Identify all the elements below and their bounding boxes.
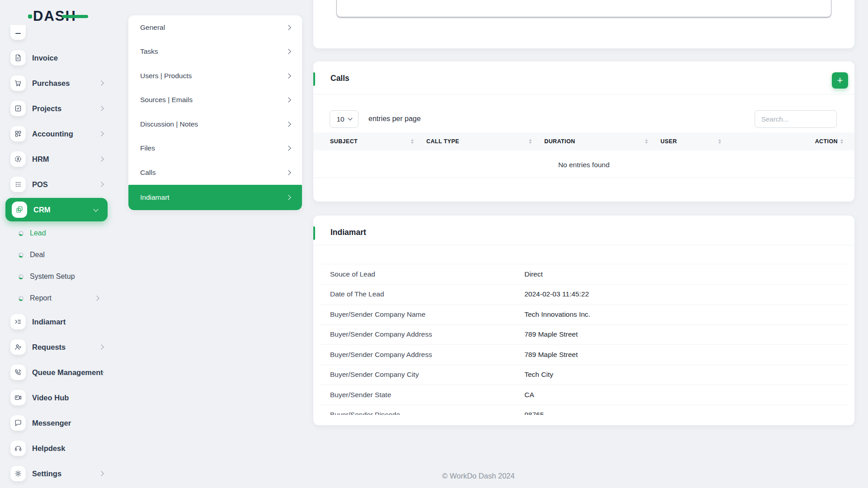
menu-item-users-products[interactable]: Users | Products — [128, 64, 302, 88]
chevron-right-icon — [286, 146, 291, 151]
sidebar-nav: Invoice Purchases Projects Accounting — [0, 45, 118, 486]
sidebar-item-video-hub[interactable]: Video Hub — [0, 385, 118, 410]
indiamart-section-title: Indiamart — [330, 228, 366, 237]
sidebar-item-accounting[interactable]: Accounting — [0, 121, 118, 146]
grid-plus-icon — [10, 126, 26, 141]
sidebar-item-label: POS — [32, 180, 48, 189]
dots-grid-icon — [10, 177, 26, 192]
column-header-action[interactable]: ACTION — [734, 138, 843, 145]
video-camera-icon — [10, 390, 26, 405]
menu-item-files[interactable]: Files — [128, 136, 302, 161]
sidebar-item-hrm[interactable]: HRM — [0, 146, 118, 172]
menu-item-label: Discussion | Notes — [140, 120, 198, 128]
sidebar-item-label: CRM — [33, 206, 51, 214]
sort-arrows-icon[interactable] — [840, 139, 843, 144]
calls-card: Calls + 10 entries per page SUBJECT CALL… — [313, 61, 854, 202]
sidebar-item-invoice[interactable]: Invoice — [0, 45, 118, 70]
table-spacer-row — [320, 245, 849, 264]
chevron-right-icon — [99, 471, 104, 476]
sidebar-subitem-system-setup[interactable]: System Setup — [0, 266, 118, 287]
sidebar-item-label: Requests — [32, 343, 66, 352]
sidebar-item-settings[interactable]: Settings — [0, 461, 118, 486]
sidebar-item-helpdesk[interactable]: Helpdesk — [0, 436, 118, 461]
sidebar-subitem-report[interactable]: Report — [0, 287, 118, 309]
sidebar: DASH Invoice Purchases Projects — [0, 0, 118, 488]
sidebar-item-requests[interactable]: Requests — [0, 334, 118, 360]
sidebar-item-crm-active[interactable]: CRM — [0, 197, 118, 222]
entries-per-page-label: entries per page — [368, 115, 421, 123]
detail-row-company-address-2: Buyer/Sender Company Address 789 Maple S… — [320, 345, 849, 365]
divider — [313, 178, 854, 178]
sidebar-item-label: Messenger — [32, 419, 71, 427]
chevron-right-icon — [99, 182, 104, 187]
clipped-textarea[interactable] — [336, 0, 831, 17]
menu-item-label: Sources | Emails — [140, 96, 193, 104]
menu-item-label: Users | Products — [140, 72, 192, 80]
sidebar-item-label: Queue Management — [32, 368, 103, 377]
sidebar-item-messenger[interactable]: Messenger — [0, 410, 118, 436]
column-header-duration[interactable]: DURATION — [544, 138, 660, 145]
menu-item-general[interactable]: General — [128, 15, 302, 40]
sidebar-item-indiamart[interactable]: Indiamart — [0, 309, 118, 334]
chevron-right-icon — [286, 98, 291, 103]
chevron-right-icon — [99, 80, 104, 85]
sidebar-subitem-lead[interactable]: Lead — [0, 222, 118, 244]
sidebar-item-label: Purchases — [32, 79, 70, 88]
sidebar-item-label: Accounting — [32, 130, 73, 138]
sidebar-item-label: Projects — [32, 104, 61, 113]
chevron-right-icon — [99, 131, 104, 136]
app-logo[interactable]: DASH — [28, 7, 96, 25]
sort-arrows-icon[interactable] — [529, 139, 532, 144]
bullet-icon — [19, 253, 24, 258]
indiamart-detail-table: Souce of Lead Direct Date of The Lead 20… — [320, 245, 849, 415]
detail-row-date-of-lead: Date of The Lead 2024-02-03 11:45:22 — [320, 285, 849, 305]
column-header-call-type[interactable]: CALL TYPE — [426, 138, 544, 145]
menu-item-indiamart-active[interactable]: Indiamart — [128, 185, 302, 211]
chevron-right-icon — [286, 122, 291, 127]
user-plus-icon — [10, 339, 26, 355]
crm-active-pill[interactable]: CRM — [5, 198, 108, 221]
bullet-icon — [19, 274, 24, 279]
chevron-right-icon — [286, 49, 291, 54]
menu-item-label: Tasks — [140, 47, 158, 56]
divider — [313, 94, 854, 94]
chevron-right-icon — [94, 296, 99, 300]
sidebar-item-label: HRM — [32, 155, 49, 164]
chevron-right-icon — [286, 170, 291, 175]
calls-table-header: SUBJECT CALL TYPE DURATION USER ACTION — [313, 132, 854, 150]
entries-per-page-select[interactable]: 10 — [330, 110, 359, 128]
search-input[interactable] — [755, 110, 837, 128]
sidebar-item-purchases[interactable]: Purchases — [0, 70, 118, 96]
sort-arrows-icon[interactable] — [645, 139, 648, 144]
sidebar-item-queue-management[interactable]: Queue Management — [0, 360, 118, 385]
hrm-person-icon — [10, 151, 26, 167]
column-header-user[interactable]: USER — [660, 138, 734, 145]
menu-item-tasks[interactable]: Tasks — [128, 40, 302, 64]
sort-arrows-icon[interactable] — [718, 139, 721, 144]
chevron-right-icon — [286, 195, 291, 200]
chevron-right-icon — [99, 156, 104, 161]
footer-copyright: © WorkDo Dash 2024 — [442, 472, 514, 480]
sidebar-item-projects[interactable]: Projects — [0, 96, 118, 121]
sidebar-subitem-deal[interactable]: Deal — [0, 244, 118, 266]
sort-arrows-icon[interactable] — [411, 139, 414, 144]
clipped-dashboard-icon[interactable] — [10, 25, 26, 40]
menu-item-discussion-notes[interactable]: Discussion | Notes — [128, 112, 302, 136]
crm-icon — [12, 202, 27, 218]
check-square-icon — [10, 101, 26, 116]
list-start-icon — [10, 314, 26, 329]
chevron-down-icon — [348, 116, 352, 121]
chat-bubble-icon — [10, 415, 26, 431]
menu-item-label: Calls — [140, 169, 156, 177]
menu-item-sources-emails[interactable]: Sources | Emails — [128, 88, 302, 113]
add-call-button[interactable]: + — [832, 72, 848, 89]
sidebar-item-label: Indiamart — [32, 318, 66, 326]
entries-per-page-value: 10 — [336, 115, 344, 123]
column-header-subject[interactable]: SUBJECT — [330, 138, 426, 145]
sidebar-item-pos[interactable]: POS — [0, 172, 118, 197]
menu-item-calls[interactable]: Calls — [128, 160, 302, 185]
chevron-right-icon — [286, 73, 291, 78]
phone-call-icon — [10, 365, 26, 380]
sidebar-item-label: Settings — [32, 469, 61, 478]
main-content: Calls + 10 entries per page SUBJECT CALL… — [313, 0, 854, 488]
